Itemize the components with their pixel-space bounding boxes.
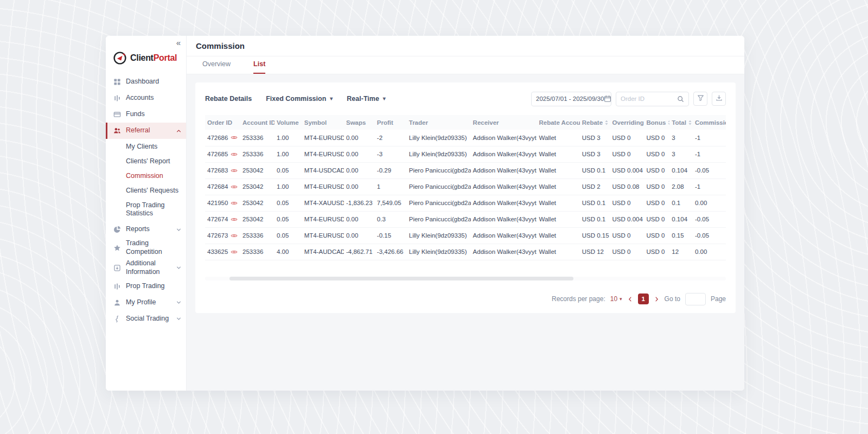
- toolbar: Rebate Details Fixed Commission ▾ Real-T…: [205, 82, 726, 106]
- sidebar-item-prop-trading-statistics[interactable]: Prop Trading Statistics: [106, 199, 186, 220]
- download-button[interactable]: [712, 92, 726, 106]
- cell-order_id: 433625: [205, 244, 240, 260]
- chevron-down-icon: [176, 227, 182, 233]
- cell-symbol: MT4-XAUUSD: [302, 195, 344, 211]
- eye-icon[interactable]: [231, 216, 238, 223]
- sort-icon[interactable]: [688, 120, 692, 125]
- sidebar-item-social-trading[interactable]: Social Trading: [106, 311, 186, 327]
- horizontal-scrollbar-track[interactable]: [205, 277, 726, 280]
- column-header-overriding[interactable]: Overriding: [610, 115, 644, 130]
- cell-rebate: USD 0.1: [580, 211, 610, 227]
- page-header: Commission: [187, 36, 744, 56]
- toolbar-left: Rebate Details Fixed Commission ▾ Real-T…: [205, 95, 386, 103]
- time-mode-select[interactable]: Real-Time ▾: [347, 95, 386, 103]
- cell-receiver: Addison Walker(43vyytem): [471, 146, 537, 162]
- cell-profit: -3: [375, 146, 407, 162]
- column-header-account_id: Account ID: [240, 115, 275, 130]
- rebate-details-label: Rebate Details: [205, 95, 252, 103]
- cell-volume: 0.05: [275, 227, 302, 244]
- next-page-button[interactable]: [654, 296, 660, 302]
- filter-button[interactable]: [693, 92, 707, 106]
- cell-profit: -2: [375, 130, 407, 146]
- cell-profit: -0.15: [375, 227, 407, 244]
- eye-icon[interactable]: [231, 200, 238, 207]
- go-to-page-input[interactable]: [685, 293, 706, 305]
- eye-icon[interactable]: [231, 167, 238, 174]
- page-size-select[interactable]: 10 ▾: [610, 295, 622, 303]
- referral-icon: [113, 127, 121, 135]
- cell-profit: -3,426.66: [375, 244, 407, 260]
- column-header-total[interactable]: Total: [669, 115, 693, 130]
- sidebar-item-my-clients[interactable]: My Clients: [106, 140, 186, 154]
- brand-logo: ClientPortal: [113, 51, 186, 65]
- eye-icon[interactable]: [231, 232, 238, 239]
- cell-swaps: 0.00: [344, 146, 375, 162]
- sidebar-item-additional-information[interactable]: Additional Information: [106, 258, 186, 278]
- column-label: Volume: [277, 119, 299, 126]
- cell-volume: 0.05: [275, 195, 302, 211]
- date-range-picker[interactable]: 2025/07/01 - 2025/09/30: [531, 92, 611, 106]
- cell-commission: -0.05: [693, 162, 726, 178]
- records-per-page-label: Records per page:: [552, 295, 605, 303]
- cell-trader: Piero Panicucci(gbd2ag1c): [407, 178, 471, 195]
- sidebar-item-trading-competition[interactable]: Trading Competition: [106, 238, 186, 258]
- cell-symbol: MT4-EURUSD: [302, 130, 344, 146]
- cell-volume: 1.00: [275, 130, 302, 146]
- cell-rebate_account: Wallet: [537, 244, 579, 260]
- sidebar-item-accounts[interactable]: Accounts: [106, 90, 186, 106]
- horizontal-scrollbar-thumb[interactable]: [229, 277, 573, 280]
- cell-commission: 0.00: [693, 244, 726, 260]
- cell-commission: 0.00: [693, 195, 726, 211]
- current-page-button[interactable]: 1: [638, 293, 649, 304]
- cell-overriding: USD 0.004: [610, 162, 644, 178]
- table-row: 4219502530420.05MT4-XAUUSD-1,836.237,549…: [205, 195, 726, 211]
- sort-icon[interactable]: [667, 120, 669, 125]
- tab-list[interactable]: List: [253, 60, 265, 74]
- sidebar-item-clients-requests[interactable]: Clients' Requests: [106, 184, 186, 197]
- eye-icon[interactable]: [231, 248, 238, 256]
- cell-commission: -1: [693, 178, 726, 195]
- cell-bonus: USD 0: [644, 146, 670, 162]
- cell-overriding: USD 0.004: [610, 211, 644, 227]
- cell-bonus: USD 0: [644, 195, 670, 211]
- previous-page-button[interactable]: [627, 296, 633, 302]
- cell-commission: -1: [693, 146, 726, 162]
- column-header-rebate_account: Rebate Account: [537, 115, 579, 130]
- cell-total: 3: [669, 130, 693, 146]
- sidebar-item-referral[interactable]: Referral: [106, 123, 186, 139]
- eye-icon[interactable]: [231, 151, 238, 158]
- column-header-rebate[interactable]: Rebate: [580, 115, 610, 130]
- column-header-profit: Profit: [375, 115, 407, 130]
- order-id-value: 472673: [207, 232, 228, 239]
- column-label: Trader: [409, 119, 428, 126]
- sidebar-item-reports[interactable]: Reports: [106, 221, 186, 238]
- cell-account_id: 253336: [240, 244, 275, 260]
- chevron-down-icon: [176, 299, 182, 305]
- sidebar-item-label: Dashboard: [126, 78, 182, 86]
- cell-rebate: USD 12: [580, 244, 610, 260]
- sidebar-item-my-profile[interactable]: My Profile: [106, 295, 186, 311]
- tab-overview[interactable]: Overview: [202, 60, 231, 74]
- eye-icon[interactable]: [231, 183, 238, 190]
- star-icon: [113, 244, 121, 252]
- commission-type-select[interactable]: Fixed Commission ▾: [266, 95, 333, 103]
- column-label: Bonus: [647, 119, 666, 126]
- eye-icon[interactable]: [231, 134, 238, 141]
- sort-icon[interactable]: [604, 120, 609, 125]
- column-header-symbol: Symbol: [302, 115, 344, 130]
- sidebar-item-prop-trading[interactable]: Prop Trading: [106, 278, 186, 295]
- sidebar-item-dashboard[interactable]: Dashboard: [106, 74, 186, 90]
- column-label: Swaps: [346, 119, 366, 126]
- sidebar-item-commission[interactable]: Commission: [106, 169, 186, 183]
- cell-order_id: 472673: [205, 227, 240, 244]
- search-icon[interactable]: [677, 95, 684, 103]
- order-id-input[interactable]: [621, 95, 671, 102]
- column-header-bonus[interactable]: Bonus: [644, 115, 670, 130]
- sidebar-collapse-icon[interactable]: «: [176, 38, 181, 47]
- cell-receiver: Addison Walker(43vyytem): [471, 195, 537, 211]
- sidebar-item-clients-report[interactable]: Clients' Report: [106, 155, 186, 168]
- sidebar-item-funds[interactable]: Funds: [106, 106, 186, 123]
- cell-volume: 4.00: [275, 244, 302, 260]
- cell-account_id: 253336: [240, 146, 275, 162]
- table-row: 4726862533361.00MT4-EURUSD0.00-2Lilly Kl…: [205, 130, 726, 146]
